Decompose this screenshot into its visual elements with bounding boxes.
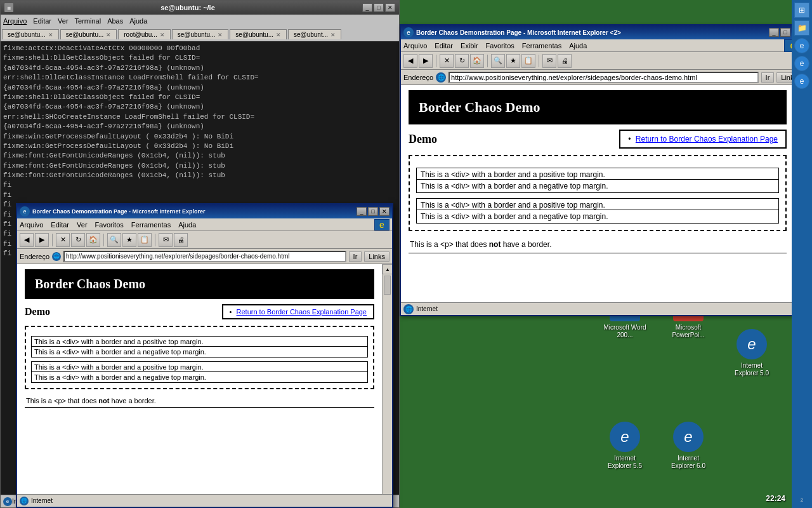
ie-small-refresh[interactable]: ↻ bbox=[71, 233, 85, 247]
tab-close-3[interactable]: ✕ bbox=[160, 32, 165, 38]
bullet-icon: • bbox=[628, 135, 631, 144]
ie-small-menu-arquivo[interactable]: Arquivo bbox=[20, 221, 43, 229]
terminal-tab-6[interactable]: se@ubunt... ✕ bbox=[288, 29, 341, 39]
go-button[interactable]: Ir bbox=[761, 72, 775, 83]
ie-small-address-input[interactable]: http://www.positioniseverything.net/expl… bbox=[63, 251, 346, 262]
history-button[interactable]: 📋 bbox=[521, 54, 535, 68]
taskbar-icon-1[interactable]: ⊞ bbox=[794, 3, 809, 18]
terminal-tab-1[interactable]: se@ubuntu... ✕ bbox=[2, 29, 59, 39]
ie-small-return-link[interactable]: Return to Border Chaos Explanation Page bbox=[237, 308, 367, 316]
menu-ajuda[interactable]: Ajuda bbox=[129, 17, 147, 25]
home-button[interactable]: 🏠 bbox=[470, 54, 484, 68]
taskbar-icon-4[interactable]: e bbox=[794, 56, 809, 71]
mail-button[interactable]: ✉ bbox=[542, 54, 556, 68]
tab-close-2[interactable]: ✕ bbox=[106, 32, 111, 38]
tab-close-4[interactable]: ✕ bbox=[218, 32, 223, 38]
menu-ver[interactable]: Ver bbox=[58, 17, 69, 25]
ie55-label: InternetExplorer 5.5 bbox=[608, 455, 642, 470]
ie-small-back[interactable]: ◀ bbox=[20, 233, 34, 247]
terminal-menubar: Arquivo Editar Ver Terminal Abas Ajuda bbox=[1, 15, 399, 27]
terminal-line: fixme:actctx:DeactivateActCtx 00000000 0… bbox=[3, 44, 396, 53]
tab-close-6[interactable]: ✕ bbox=[331, 32, 336, 38]
ie-large-titlebar: e Border Chaos Demonstration Page - Micr… bbox=[401, 25, 804, 39]
desktop-icon-ie55[interactable]: e InternetExplorer 5.5 bbox=[596, 422, 653, 470]
ie-small-menubar: Arquivo Editar Ver Favoritos Ferramentas… bbox=[17, 218, 392, 231]
ie-large-menu-ajuda[interactable]: Ajuda bbox=[569, 42, 587, 50]
ie-small-bullet-icon: • bbox=[230, 308, 232, 316]
ie-small-go-button[interactable]: Ir bbox=[349, 251, 362, 262]
ie-large-menu-arquivo[interactable]: Arquivo bbox=[403, 42, 427, 50]
terminal-icon: ■ bbox=[4, 3, 13, 12]
ie-small-forward[interactable]: ▶ bbox=[35, 233, 49, 247]
tab-close-1[interactable]: ✕ bbox=[48, 32, 53, 38]
taskbar-icon-3[interactable]: e bbox=[794, 38, 809, 53]
back-button[interactable]: ◀ bbox=[403, 54, 417, 68]
terminal-line: fixme:shell:DllGetClassObject failed for… bbox=[3, 93, 396, 102]
tab-close-5[interactable]: ✕ bbox=[276, 32, 281, 38]
terminal-tab-3[interactable]: root@ubu... ✕ bbox=[118, 29, 170, 39]
ie-small-maximize[interactable]: □ bbox=[368, 207, 378, 216]
print-button[interactable]: 🖨 bbox=[558, 54, 572, 68]
ie-large-menu-favoritos[interactable]: Favoritos bbox=[486, 42, 514, 50]
ie-small-mail[interactable]: ✉ bbox=[159, 233, 173, 247]
address-input[interactable]: http://www.positioniseverything.net/expl… bbox=[449, 72, 758, 83]
menu-editar[interactable]: Editar bbox=[33, 17, 51, 25]
desktop-icon-ie60[interactable]: e InternetExplorer 6.0 bbox=[660, 422, 717, 470]
taskbar-icon-5[interactable]: e bbox=[794, 74, 809, 89]
ie-small-p-element: This is a <p> that does not have a borde… bbox=[25, 396, 374, 408]
ie-small-page-content: Border Chaos Demo Demo • Return to Borde… bbox=[17, 264, 382, 413]
terminal-line: {a07034fd-6caa-4954-ac3f-97a27216f98a} (… bbox=[3, 83, 396, 93]
ie-small-menu-favoritos[interactable]: Favoritos bbox=[95, 221, 124, 229]
ie-large-maximize[interactable]: □ bbox=[780, 28, 790, 37]
ie-large-menu-ferramentas[interactable]: Ferramentas bbox=[522, 42, 561, 50]
ie-small-scroll-up[interactable]: ▲ bbox=[383, 264, 392, 274]
ie-large-return-link[interactable]: Return to Border Chaos Explanation Page bbox=[636, 135, 778, 144]
refresh-button[interactable]: ↻ bbox=[455, 54, 469, 68]
ie-small-menu-ver[interactable]: Ver bbox=[77, 221, 88, 229]
ie-small-demo-container: This is a <div> with a border and a posi… bbox=[25, 326, 374, 389]
stop-button[interactable]: ✕ bbox=[440, 54, 454, 68]
ie-small-address-label: Endereço bbox=[20, 253, 49, 260]
terminal-line: err:shell:SHCoCreateInstance LoadFromShe… bbox=[3, 112, 396, 122]
menu-abas[interactable]: Abas bbox=[107, 17, 123, 25]
ie-small-search[interactable]: 🔍 bbox=[107, 233, 121, 247]
minimize-button[interactable]: _ bbox=[362, 3, 372, 12]
terminal-line: {a07034fd-6caa-4954-ac3f-97a27216f98a} (… bbox=[3, 122, 396, 131]
ie-large-demo-container: This is a <div> with a border and a posi… bbox=[409, 155, 787, 231]
ie-large-minimize[interactable]: _ bbox=[769, 28, 779, 37]
ie-small-menu-editar[interactable]: Editar bbox=[51, 221, 69, 229]
ie-small-close[interactable]: ✕ bbox=[379, 207, 390, 216]
ie-small-demo-header: Demo • Return to Border Chaos Explanatio… bbox=[25, 304, 374, 319]
terminal-tab-5[interactable]: se@ubuntu... ✕ bbox=[230, 29, 287, 39]
terminal-tab-4[interactable]: se@ubuntu... ✕ bbox=[172, 29, 229, 39]
ie-small-links-button[interactable]: Links bbox=[364, 251, 390, 262]
taskbar-icon-2[interactable]: 📁 bbox=[794, 20, 809, 36]
powerpoint-label: MicrosoftPowerPoi... bbox=[672, 324, 704, 339]
ie-small-print[interactable]: 🖨 bbox=[174, 233, 188, 247]
ie-small-minimize[interactable]: _ bbox=[357, 207, 367, 216]
ie-small-scroll-thumb[interactable] bbox=[384, 276, 391, 295]
ie-small-menu-ferramentas[interactable]: Ferramentas bbox=[131, 221, 171, 229]
ie-small-history[interactable]: 📋 bbox=[138, 233, 152, 247]
ie-small-menu-ajuda[interactable]: Ajuda bbox=[178, 221, 196, 229]
ie-small-favorites[interactable]: ★ bbox=[122, 233, 136, 247]
favorites-button[interactable]: ★ bbox=[506, 54, 520, 68]
ie-small-home[interactable]: 🏠 bbox=[86, 233, 100, 247]
maximize-button[interactable]: □ bbox=[374, 3, 384, 12]
menu-arquivo[interactable]: Arquivo bbox=[3, 17, 27, 25]
ie-large-p-element: This is a <p> that does not have a borde… bbox=[409, 239, 787, 253]
ie-small-stop[interactable]: ✕ bbox=[56, 233, 70, 247]
menu-terminal[interactable]: Terminal bbox=[75, 17, 102, 25]
close-button[interactable]: ✕ bbox=[385, 3, 395, 12]
forward-button[interactable]: ▶ bbox=[419, 54, 433, 68]
ie-large-menu-exibir[interactable]: Exibir bbox=[461, 42, 478, 50]
ie-small-scrollbar[interactable]: ▲ bbox=[382, 264, 392, 494]
search-button[interactable]: 🔍 bbox=[491, 54, 505, 68]
desktop-icon-ie50[interactable]: e InternetExplorer 5.0 bbox=[723, 329, 780, 377]
ie-small-status-icon: 🌐 bbox=[20, 497, 29, 505]
ie-large-menu-editar[interactable]: Editar bbox=[435, 42, 453, 50]
terminal-line: fixme:shell:DllGetClassObject failed for… bbox=[3, 53, 396, 63]
terminal-tab-2[interactable]: se@ubuntu... ✕ bbox=[60, 29, 117, 39]
terminal-line: fixme:font:GetFontUnicodeRanges (0x1cb4,… bbox=[3, 171, 396, 180]
toolbar-sep-3 bbox=[539, 55, 539, 67]
